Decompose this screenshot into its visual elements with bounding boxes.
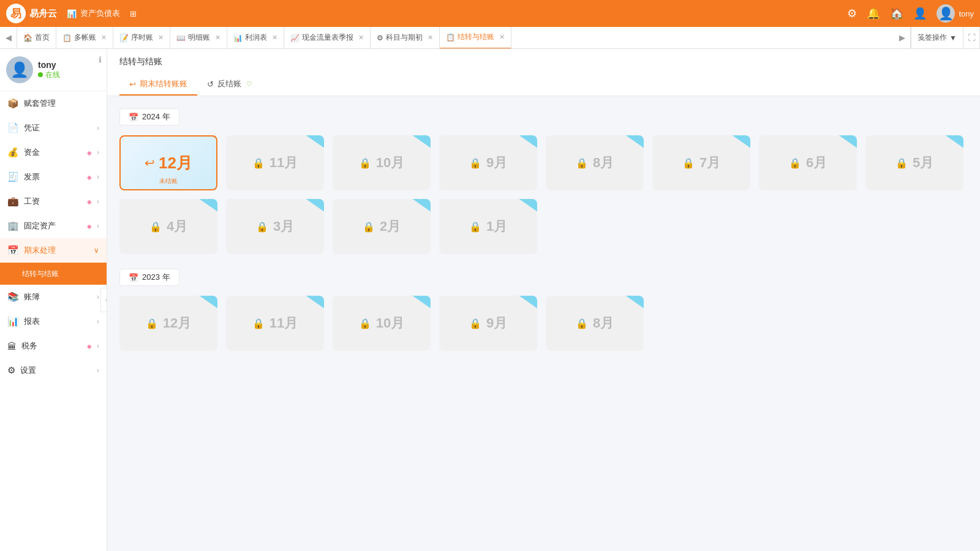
month-card-2024-03[interactable]: 🔒 3月 已结转已结账: [226, 199, 324, 254]
transfer-label: 结转与结账: [458, 32, 494, 42]
month-card-2023-11[interactable]: 🔒 11月 已结转已结账: [226, 296, 324, 351]
tab-transfer[interactable]: 📋 结转与结账 ✕: [440, 27, 511, 49]
topbar-avatar: 👤: [937, 4, 955, 23]
tab-close-detail[interactable]: ✕: [215, 34, 221, 42]
profit-label: 利润表: [245, 32, 267, 43]
suite-label: 赋套管理: [24, 98, 99, 109]
month-card-2024-09[interactable]: 🔒 9月 已结转已结账: [439, 135, 537, 190]
tab-close-sequence[interactable]: ✕: [158, 34, 164, 42]
tab-next-btn[interactable]: ▶: [894, 27, 911, 49]
month-card-2024-04[interactable]: 🔒 4月 已结转已结账: [119, 199, 217, 254]
invoice-icon: 🧾: [7, 171, 19, 182]
ribbon-2024-05: 已结转已结账: [925, 135, 963, 149]
month-2023-12-number: 12月: [163, 314, 191, 332]
lock-icon-2024-01: 🔒: [469, 221, 481, 233]
ribbon-2024-10: 已结转已结账: [392, 135, 431, 149]
sidebar-item-invoice[interactable]: 🧾 发票 ◆ ›: [0, 165, 107, 189]
page-tab-reverse[interactable]: ↺ 反结账 ♡: [197, 73, 262, 96]
tab-subject[interactable]: ⚙ 科目与期初 ✕: [371, 27, 440, 49]
month-card-2024-06[interactable]: 🔒 6月 已结转已结账: [759, 135, 857, 190]
tabbar-action-label: 笺签操作: [918, 32, 947, 43]
month-card-2023-10[interactable]: 🔒 10月 已结转已结账: [333, 296, 431, 351]
topbar: 易 易舟云 📊 资产负债表 ⊞ ⚙ 🔔 🏠 👤 👤 tony: [0, 0, 980, 27]
invoice-arrow: ›: [97, 173, 99, 181]
month-card-2024-10[interactable]: 🔒 10月 已结转已结账: [333, 135, 431, 190]
tab-expand-btn[interactable]: ⛶: [963, 27, 980, 49]
month-card-2024-12[interactable]: ↩ 12月 已结转 未结账: [119, 135, 217, 190]
tab-close-transfer[interactable]: ✕: [499, 33, 505, 41]
year-2024-header: 📅 2024 年: [119, 108, 968, 126]
ledger-icon: 📚: [7, 291, 19, 302]
logo-icon: 易: [6, 4, 26, 23]
calendar-icon: 📅: [129, 113, 138, 122]
month-card-2024-08[interactable]: 🔒 8月 已结转已结账: [546, 135, 644, 190]
report-label: 报表: [24, 316, 92, 327]
month-card-2023-09[interactable]: 🔒 9月 已结转已结账: [439, 296, 537, 351]
sidebar-item-funds[interactable]: 💰 资金 ◆ ›: [0, 140, 107, 165]
lock-icon-2024-07: 🔒: [682, 157, 695, 169]
tab-close-subject[interactable]: ✕: [428, 34, 433, 42]
sidebar-item-suite[interactable]: 📦 赋套管理: [0, 91, 107, 116]
month-card-2023-12[interactable]: 🔒 12月 已结转已结账: [119, 296, 217, 351]
month-card-2024-07[interactable]: 🔒 7月 已结转已结账: [652, 135, 750, 190]
sidebar-user: 👤 tony 在线 ℹ: [0, 49, 107, 91]
tab-profit[interactable]: 📊 利润表 ✕: [227, 27, 284, 49]
home-tab-icon: 🏠: [23, 34, 32, 42]
month-card-2024-02[interactable]: 🔒 2月 已结转已结账: [333, 199, 431, 254]
sidebar-item-report[interactable]: 📊 报表 ›: [0, 309, 107, 334]
user-icon[interactable]: 👤: [913, 7, 927, 20]
info-icon[interactable]: ℹ: [99, 55, 102, 64]
sidebar-item-tax[interactable]: 🏛 税务 ◆ ›: [0, 334, 107, 358]
calendar-icon-2023: 📅: [129, 273, 138, 282]
funds-arrow: ›: [97, 148, 99, 157]
salary-arrow: ›: [97, 197, 99, 206]
notification-icon[interactable]: 🔔: [867, 7, 880, 20]
assets-icon: 🏢: [7, 220, 19, 231]
month-card-2024-05[interactable]: 🔒 5月 已结转已结账: [865, 135, 963, 190]
tab-home[interactable]: 🏠 首页: [17, 27, 56, 49]
tab-sequence[interactable]: 📝 序时账 ✕: [113, 27, 170, 49]
tabbar-action-btn[interactable]: 笺签操作 ▼: [911, 27, 963, 49]
month-card-2024-01[interactable]: 🔒 1月 已结转已结账: [439, 199, 537, 254]
assets-label: 固定资产: [24, 220, 82, 231]
logo[interactable]: 易 易舟云: [6, 4, 57, 23]
detail-label: 明细账: [188, 32, 210, 43]
report-arrow: ›: [97, 317, 99, 326]
sidebar-item-settings[interactable]: ⚙ 设置 ›: [0, 358, 107, 383]
tab-close-cashflow[interactable]: ✕: [358, 34, 364, 42]
sidebar-collapse-btn[interactable]: ‹: [100, 288, 107, 312]
tab-close-multi[interactable]: ✕: [101, 34, 107, 42]
multi-account-label: 多帐账: [74, 32, 96, 43]
tab-cashflow[interactable]: 📈 现金流量表季报 ✕: [284, 27, 371, 49]
add-tab-btn[interactable]: ⊞: [130, 9, 137, 18]
sidebar-subitem-transfer[interactable]: 结转与结账: [0, 263, 107, 285]
lock-icon-2024-10: 🔒: [359, 157, 371, 169]
tab-detail[interactable]: 📖 明细账 ✕: [170, 27, 227, 49]
sidebar-item-voucher[interactable]: 📄 凭证 ›: [0, 116, 107, 140]
tab-multi-account[interactable]: 📋 多帐账 ✕: [56, 27, 113, 49]
month-2024-06-number: 6月: [806, 154, 827, 172]
home-icon[interactable]: 🏠: [890, 7, 903, 20]
settings-icon[interactable]: ⚙: [847, 7, 857, 20]
asset-table-nav[interactable]: 📊 资产负债表: [67, 8, 120, 19]
lock-icon-2024-03: 🔒: [256, 221, 268, 233]
sidebar-item-ledger[interactable]: 📚 账簿 ›: [0, 285, 107, 309]
month-card-2023-08[interactable]: 🔒 8月 已结转已结账: [546, 296, 644, 351]
tab-prev-btn[interactable]: ◀: [0, 27, 17, 49]
sidebar-item-salary[interactable]: 💼 工资 ◆ ›: [0, 189, 107, 214]
page-tab-transfer-label: 期末结转账账: [140, 78, 187, 89]
suite-icon: 📦: [7, 98, 19, 109]
month-card-2024-11[interactable]: 🔒 11月 已结转 已结账: [226, 135, 324, 190]
tab-close-profit[interactable]: ✕: [272, 34, 277, 42]
detail-icon: 📖: [176, 34, 186, 42]
ribbon-2024-12: 已结转: [183, 135, 217, 144]
months-grid-2024: ↩ 12月 已结转 未结账 🔒 11月: [119, 135, 968, 254]
month-2024-05-number: 5月: [913, 154, 933, 172]
sidebar-item-period[interactable]: 📅 期末处理 ∨: [0, 238, 107, 263]
month-2023-09-number: 9月: [486, 314, 507, 332]
topbar-user[interactable]: 👤 tony: [937, 4, 974, 23]
page-tab-transfer[interactable]: ↩ 期末结转账账: [119, 73, 197, 96]
lock-icon-2024-05: 🔒: [895, 157, 908, 169]
sidebar-item-assets[interactable]: 🏢 固定资产 ◆ ›: [0, 214, 107, 238]
page-tabs: ↩ 期末结转账账 ↺ 反结账 ♡: [119, 73, 968, 96]
